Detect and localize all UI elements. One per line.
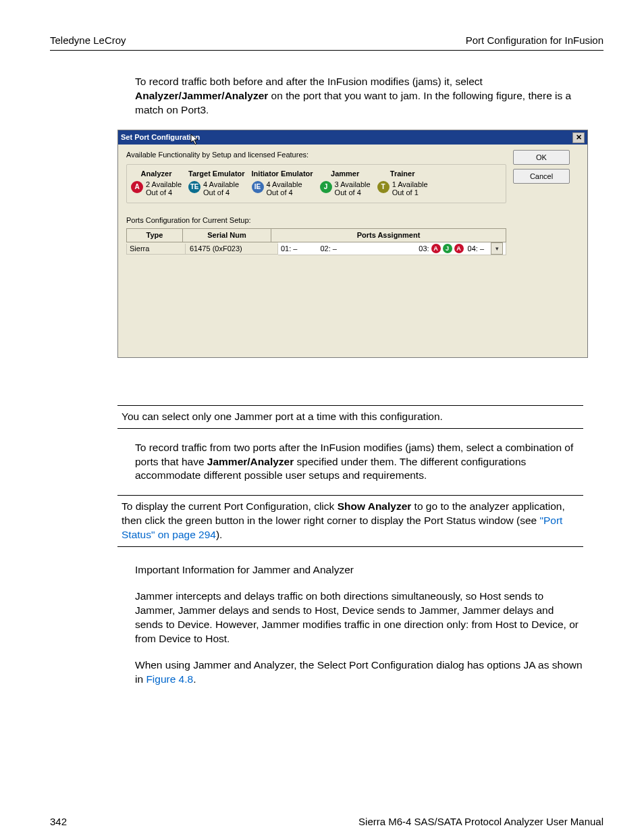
- port-01-value: –: [293, 244, 297, 254]
- port-02-label: 02:: [320, 244, 330, 254]
- trainer-card: Trainer T 1 AvailableOut of 1: [377, 169, 428, 197]
- initiator-emulator-icon: IE: [252, 181, 264, 193]
- note-show-analyzer: To display the current Port Configuratio…: [117, 495, 583, 547]
- port-04-label: 04:: [468, 244, 478, 254]
- trainer-avail: 1 Available: [392, 180, 428, 189]
- port-04-value: –: [480, 244, 484, 254]
- port-01-label: 01:: [281, 244, 291, 254]
- para3-body: Jammer intercepts and delays traffic on …: [135, 590, 583, 646]
- note1-text: You can select only one Jammer port at a…: [122, 411, 443, 422]
- cell-type: Sierra: [126, 244, 186, 255]
- col-ports: Ports Assignment: [271, 228, 506, 242]
- target-emulator-icon: TE: [188, 181, 200, 193]
- port03-jammer-icon: J: [443, 244, 452, 253]
- jammer-out: Out of 4: [335, 188, 371, 197]
- jammer-icon: J: [320, 181, 332, 193]
- para2: To record traffic from two ports after t…: [135, 441, 583, 484]
- set-port-configuration-window: Set Port Configuration ✕ Available Funct…: [117, 130, 588, 358]
- ports-dropdown-button[interactable]: [491, 242, 503, 255]
- para4-pre: When using Jammer and Analyzer, the Sele…: [135, 659, 583, 685]
- note2-bold: Show Analyzer: [338, 500, 412, 512]
- close-button[interactable]: ✕: [572, 132, 585, 143]
- window-title: Set Port Configuration: [121, 132, 200, 142]
- ports-config-label: Ports Configuration for Current Setup:: [126, 215, 506, 226]
- trainer-head: Trainer: [377, 169, 428, 179]
- para4: When using Jammer and Analyzer, the Sele…: [135, 658, 583, 687]
- para2-bold: Jammer/Analyzer: [207, 456, 294, 467]
- initiator-out: Out of 4: [267, 188, 302, 197]
- jammer-card: Jammer J 3 AvailableOut of 4: [320, 169, 371, 197]
- trainer-icon: T: [377, 181, 390, 193]
- analyzer-avail: 2 Available: [146, 180, 182, 189]
- intro-paragraph: To record traffic both before and after …: [135, 75, 583, 118]
- para1-bold: Analyzer/Jammer/Analyzer: [135, 90, 268, 101]
- note2-post: ).: [216, 529, 222, 540]
- target-avail: 4 Available: [203, 180, 239, 189]
- grid-header: Type Serial Num Ports Assignment: [126, 228, 506, 242]
- initiator-head: Initiator Emulator: [252, 169, 313, 179]
- port-03-label: 03:: [419, 244, 429, 254]
- trainer-out: Out of 1: [392, 188, 428, 197]
- footer-title: Sierra M6-4 SAS/SATA Protocol Analyzer U…: [358, 815, 603, 829]
- jammer-avail: 3 Available: [335, 180, 371, 189]
- grid-row: Sierra 61475 (0xF023) 01:– 02:– 03: A J …: [126, 242, 506, 256]
- note-single-jammer: You can select only one Jammer port at a…: [117, 405, 583, 429]
- target-head: Target Emulator: [188, 169, 245, 179]
- figure-link[interactable]: Figure 4.8: [146, 673, 193, 685]
- available-functionality-label: Available Functionality by Setup and lic…: [126, 150, 506, 160]
- header-right: Port Configuration for InFusion: [466, 34, 603, 47]
- analyzer-icon: A: [131, 181, 143, 193]
- jammer-head: Jammer: [320, 169, 371, 179]
- analyzer-head: Analyzer: [131, 169, 182, 179]
- target-out: Out of 4: [203, 188, 239, 197]
- initiator-avail: 4 Available: [267, 180, 302, 189]
- ok-button[interactable]: OK: [513, 150, 570, 165]
- cell-serial: 61475 (0xF023): [186, 244, 278, 255]
- important-heading: Important Information for Jammer and Ana…: [135, 563, 583, 577]
- initiator-emulator-card: Initiator Emulator IE 4 AvailableOut of …: [252, 169, 313, 197]
- note2-pre: To display the current Port Configuratio…: [122, 500, 338, 512]
- header-left: Teledyne LeCroy: [50, 34, 126, 47]
- page-number: 342: [50, 815, 67, 829]
- window-titlebar[interactable]: Set Port Configuration ✕: [118, 130, 587, 145]
- ports-assignment-cell[interactable]: 01:– 02:– 03: A J A 04:–: [278, 242, 506, 255]
- functionality-cards: Analyzer A 2 AvailableOut of 4 Target Em…: [126, 164, 506, 203]
- analyzer-card: Analyzer A 2 AvailableOut of 4: [131, 169, 182, 197]
- port03-analyzer-b-icon: A: [454, 244, 464, 253]
- port03-analyzer-a-icon: A: [431, 244, 441, 253]
- para1-pre: To record traffic both before and after …: [135, 76, 483, 87]
- para4-post: .: [193, 673, 196, 685]
- cancel-button[interactable]: Cancel: [513, 169, 570, 184]
- target-emulator-card: Target Emulator TE 4 AvailableOut of 4: [188, 169, 245, 197]
- col-type: Type: [126, 228, 183, 242]
- analyzer-out: Out of 4: [146, 188, 182, 197]
- port-02-value: –: [333, 244, 337, 254]
- col-serial: Serial Num: [183, 228, 271, 242]
